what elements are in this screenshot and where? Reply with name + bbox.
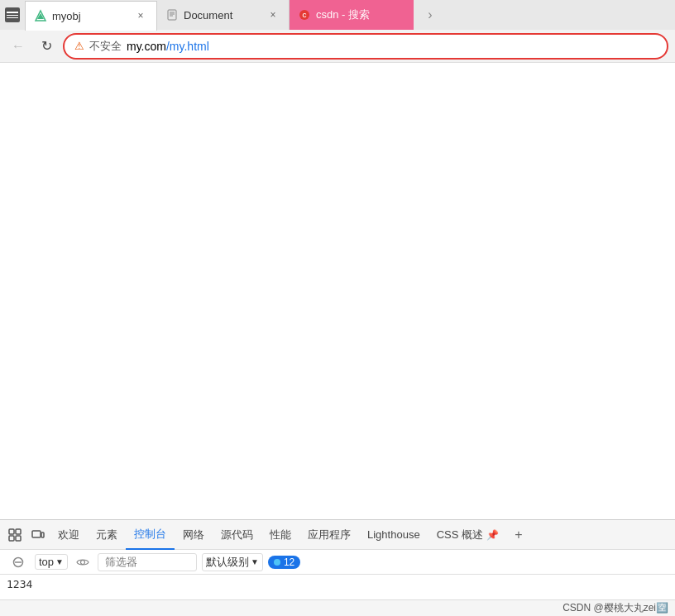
tab-myobj[interactable]: myobj × xyxy=(25,1,157,31)
console-output: 1234 xyxy=(0,575,675,599)
address-bar[interactable]: ⚠ 不安全 my.com/my.html xyxy=(63,33,668,60)
svg-rect-12 xyxy=(9,529,14,534)
svg-rect-6 xyxy=(168,10,176,20)
devtools-tab-network[interactable]: 网络 xyxy=(175,520,213,550)
context-selector[interactable]: top ▼ xyxy=(35,554,68,570)
svg-rect-15 xyxy=(16,536,21,541)
devtools-tab-performance[interactable]: 性能 xyxy=(261,520,299,550)
status-bar: CSDN @樱桃大丸zei🈳 xyxy=(0,599,675,616)
error-count-badge: 12 xyxy=(268,556,300,569)
error-dot-icon xyxy=(274,559,280,566)
url-domain: my.com xyxy=(127,40,166,53)
context-value: top xyxy=(39,556,54,568)
status-bar-right: CSDN @樱桃大丸zei🈳 xyxy=(562,601,668,615)
log-level-dropdown-icon: ▼ xyxy=(251,557,259,566)
cursor-icon xyxy=(8,528,22,542)
refresh-button[interactable]: ↻ xyxy=(35,35,58,58)
svg-rect-16 xyxy=(32,531,41,537)
devtools-panel: 欢迎 元素 控制台 网络 源代码 性能 应用程序 Lighthouse CSS … xyxy=(0,519,675,616)
more-tabs-button[interactable]: › xyxy=(415,0,445,30)
devtools-tab-elements[interactable]: 元素 xyxy=(88,520,126,550)
device-toggle-button[interactable] xyxy=(26,523,50,547)
vue-favicon xyxy=(34,9,47,22)
css-overview-pin-icon: 📌 xyxy=(486,529,499,541)
tab-document-title: Document xyxy=(184,9,261,21)
console-filter-input[interactable] xyxy=(98,553,197,571)
tab-csdn[interactable]: C csdn - 搜索 xyxy=(290,0,414,30)
back-button[interactable]: ← xyxy=(7,35,30,58)
svg-rect-17 xyxy=(41,532,44,537)
log-level-select[interactable]: 默认级别 ▼ xyxy=(202,553,263,571)
browser-icon xyxy=(0,0,25,30)
context-dropdown-icon: ▼ xyxy=(55,557,64,566)
devtools-tab-sources[interactable]: 源代码 xyxy=(213,520,261,550)
devtools-tab-lighthouse[interactable]: Lighthouse xyxy=(359,520,428,550)
devtools-tab-console[interactable]: 控制台 xyxy=(126,520,175,550)
svg-rect-2 xyxy=(7,15,18,16)
devtools-tab-css-overview[interactable]: CSS 概述 📌 xyxy=(428,520,507,550)
url-display: my.com/my.html xyxy=(127,40,657,53)
page-content xyxy=(0,63,675,501)
svg-rect-1 xyxy=(7,12,18,13)
inspect-element-button[interactable] xyxy=(3,523,26,547)
eye-icon xyxy=(76,557,89,567)
tab-myobj-title: myobj xyxy=(52,10,128,22)
url-path: /my.html xyxy=(166,40,209,53)
device-icon xyxy=(31,528,45,542)
devtools-tabs-bar: 欢迎 元素 控制台 网络 源代码 性能 应用程序 Lighthouse CSS … xyxy=(0,520,675,550)
tab-document[interactable]: Document × xyxy=(157,0,290,30)
svg-rect-3 xyxy=(7,17,18,18)
address-bar-row: ← ↻ ⚠ 不安全 my.com/my.html xyxy=(0,30,675,63)
browser-logo-icon xyxy=(5,7,20,22)
tab-document-close[interactable]: × xyxy=(266,7,280,22)
tab-csdn-title: csdn - 搜索 xyxy=(316,7,405,22)
clear-console-button[interactable] xyxy=(7,551,30,574)
security-warning-icon: ⚠ xyxy=(74,40,84,52)
devtools-tab-application[interactable]: 应用程序 xyxy=(299,520,359,550)
devtools-tab-welcome[interactable]: 欢迎 xyxy=(50,520,88,550)
log-level-value: 默认级别 xyxy=(206,555,249,570)
live-expressions-button[interactable] xyxy=(73,552,93,572)
add-devtools-tab-button[interactable]: + xyxy=(507,523,530,547)
document-favicon xyxy=(165,8,179,21)
svg-point-20 xyxy=(80,560,84,564)
error-count: 12 xyxy=(284,556,294,568)
svg-rect-13 xyxy=(16,529,21,534)
tab-bar: myobj × Document × C xyxy=(0,0,675,30)
devtools-toolbar: top ▼ 默认级别 ▼ 12 xyxy=(0,550,675,575)
csdn-favicon: C xyxy=(298,8,311,21)
browser-chrome: myobj × Document × C xyxy=(0,0,675,63)
clear-icon xyxy=(12,556,24,568)
security-label: 不安全 xyxy=(89,39,122,54)
console-line-1234: 1234 xyxy=(7,578,32,590)
svg-rect-14 xyxy=(9,536,14,541)
svg-text:C: C xyxy=(302,12,306,18)
tab-myobj-close[interactable]: × xyxy=(133,8,148,23)
